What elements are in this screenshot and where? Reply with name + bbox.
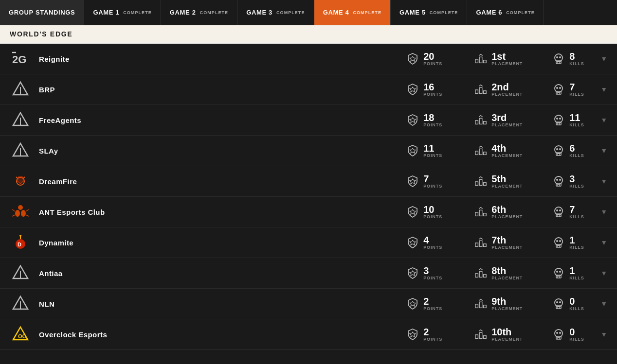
placement-block-overclock: 10th PLACEMENT <box>474 327 537 342</box>
nav-sub: COMPLETE <box>430 10 458 15</box>
team-row-ant-esports[interactable]: ANT Esports Club 10 POINTS 6th PLACEMENT… <box>0 197 617 227</box>
team-name-nln: NLN <box>39 300 391 308</box>
svg-point-117 <box>559 332 561 334</box>
svg-point-43 <box>559 148 561 150</box>
svg-point-10 <box>559 56 561 58</box>
team-logo-slay <box>10 140 31 161</box>
kills-number: 1 <box>569 235 575 245</box>
nav-item-game-4[interactable]: GAME 4COMPLETE <box>314 0 391 25</box>
kills-values: 8 KILLS <box>569 52 584 66</box>
nav-item-game-3[interactable]: GAME 3COMPLETE <box>237 0 314 25</box>
svg-rect-15 <box>484 91 487 94</box>
points-block-slay: 11 POINTS <box>406 143 459 158</box>
svg-point-58 <box>15 210 20 217</box>
points-values: 7 POINTS <box>423 174 442 189</box>
team-row-reignite[interactable]: 2G Reignite 20 POINTS 1st PLACEMENT 8 <box>0 44 617 74</box>
nav-item-game-5[interactable]: GAME 5COMPLETE <box>391 0 467 25</box>
placement-icon <box>474 328 488 341</box>
team-logo-brp <box>10 79 31 100</box>
svg-text:OC: OC <box>18 333 26 339</box>
svg-rect-89 <box>484 275 487 277</box>
team-logo-ant-esports <box>10 201 31 223</box>
expand-chevron-freeagents[interactable]: ▼ <box>600 116 607 124</box>
expand-chevron-ant-esports[interactable]: ▼ <box>600 208 607 216</box>
svg-rect-26 <box>484 121 487 124</box>
expand-chevron-slay[interactable]: ▼ <box>600 147 607 155</box>
placement-block-antiaa: 8th PLACEMENT <box>474 266 537 280</box>
placement-number: 9th <box>491 296 506 306</box>
kills-icon <box>552 83 565 96</box>
team-row-freeagents[interactable]: FreeAgents 18 POINTS 3rd PLACEMENT 11 KI… <box>0 105 617 136</box>
team-logo-reignite: 2G <box>10 48 31 69</box>
nav-item-game-2[interactable]: GAME 2COMPLETE <box>161 0 237 25</box>
nav-label: GAME 2 <box>170 9 196 16</box>
team-name-ant-esports: ANT Esports Club <box>39 208 391 216</box>
placement-values: 2nd PLACEMENT <box>491 82 523 97</box>
team-name-dreamfire: DreamFire <box>39 177 391 186</box>
team-row-overclock[interactable]: OC Overclock Esports 2 POINTS 10th PLACE… <box>0 319 617 350</box>
expand-chevron-antiaa[interactable]: ▼ <box>600 269 607 277</box>
expand-chevron-dynamite[interactable]: ▼ <box>600 239 607 246</box>
nav-label: GAME 3 <box>246 9 272 16</box>
points-icon <box>406 52 419 66</box>
points-number: 20 <box>423 52 434 61</box>
nav-item-group-standings[interactable]: GROUP STANDINGS <box>0 0 84 25</box>
svg-point-59 <box>21 210 26 217</box>
svg-point-42 <box>556 148 558 150</box>
points-number: 2 <box>423 296 429 306</box>
expand-chevron-brp[interactable]: ▼ <box>600 86 607 93</box>
nav-item-game-6[interactable]: GAME 6COMPLETE <box>467 0 544 25</box>
expand-chevron-overclock[interactable]: ▼ <box>600 330 607 338</box>
kills-icon <box>552 52 565 66</box>
kills-label: KILLS <box>569 214 584 219</box>
team-row-brp[interactable]: BRP 16 POINTS 2nd PLACEMENT 7 KILLS ▼ <box>0 74 617 105</box>
placement-label: PLACEMENT <box>491 306 523 311</box>
kills-label: KILLS <box>569 245 584 250</box>
expand-chevron-dreamfire[interactable]: ▼ <box>600 177 607 185</box>
svg-rect-78 <box>484 244 487 247</box>
svg-rect-66 <box>484 213 487 216</box>
points-label: POINTS <box>423 245 442 250</box>
points-icon <box>406 297 419 311</box>
points-values: 10 POINTS <box>423 205 442 219</box>
svg-text:D: D <box>18 242 21 247</box>
team-row-slay[interactable]: SLAy 11 POINTS 4th PLACEMENT 6 KILLS ▼ <box>0 136 617 166</box>
nav-label: GAME 4 <box>323 9 349 16</box>
svg-rect-25 <box>479 118 482 124</box>
nav-item-game-1[interactable]: GAME 1COMPLETE <box>84 0 161 25</box>
nav-sub: COMPLETE <box>276 10 305 15</box>
points-icon <box>406 328 419 341</box>
svg-rect-48 <box>475 182 478 185</box>
svg-rect-65 <box>479 210 482 216</box>
kills-block-overclock: 0 KILLS <box>552 327 596 342</box>
svg-point-9 <box>556 56 558 58</box>
svg-rect-111 <box>484 336 487 339</box>
team-row-dreamfire[interactable]: DreamFire 7 POINTS 5th PLACEMENT 3 KILLS… <box>0 166 617 197</box>
placement-icon <box>474 83 488 96</box>
points-label: POINTS <box>423 276 442 280</box>
points-icon <box>406 83 419 96</box>
svg-point-55 <box>556 179 558 181</box>
placement-block-dynamite: 7th PLACEMENT <box>474 235 537 250</box>
points-number: 18 <box>423 113 434 122</box>
team-row-dynamite[interactable]: D Dynamite 4 POINTS 7th PLACEMENT 1 KILL… <box>0 227 617 258</box>
points-label: POINTS <box>423 153 442 158</box>
placement-block-freeagents: 3rd PLACEMENT <box>474 113 537 127</box>
team-row-antiaa[interactable]: Antiaa 3 POINTS 8th PLACEMENT 1 KILLS ▼ <box>0 258 617 289</box>
points-number: 4 <box>423 235 429 245</box>
placement-values: 7th PLACEMENT <box>491 235 523 250</box>
team-row-nln[interactable]: NLN 2 POINTS 9th PLACEMENT 0 KILLS ▼ <box>0 289 617 319</box>
kills-label: KILLS <box>569 153 584 158</box>
expand-chevron-reignite[interactable]: ▼ <box>600 55 607 63</box>
placement-number: 10th <box>491 327 511 337</box>
expand-chevron-nln[interactable]: ▼ <box>600 300 607 308</box>
kills-number: 8 <box>569 52 575 61</box>
svg-line-63 <box>26 215 29 216</box>
svg-point-72 <box>559 209 561 211</box>
points-block-reignite: 20 POINTS <box>406 52 459 66</box>
svg-point-56 <box>559 179 561 181</box>
points-icon <box>406 174 419 188</box>
placement-block-dreamfire: 5th PLACEMENT <box>474 174 537 189</box>
svg-rect-14 <box>479 87 482 93</box>
kills-label: KILLS <box>569 92 584 97</box>
